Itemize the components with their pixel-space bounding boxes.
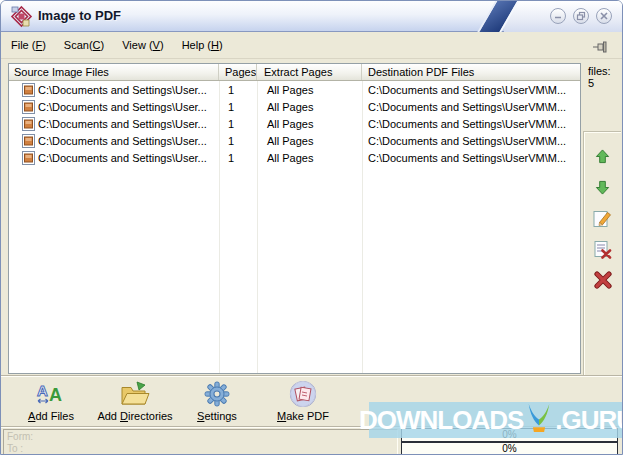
side-panel: files: 5	[580, 59, 622, 375]
image-file-icon	[22, 134, 35, 148]
pages-cell: 1	[219, 101, 257, 113]
window-title: Image to PDF	[38, 8, 121, 23]
add-directories-button[interactable]: Add Directories	[91, 379, 179, 424]
source-path: C:\Documents and Settings\User...	[38, 84, 207, 96]
source-path: C:\Documents and Settings\User...	[38, 135, 207, 147]
destination-cell: C:\Documents and Settings\UserVM\M...	[362, 118, 580, 130]
add-directories-label: Add Directories	[97, 410, 172, 422]
table-row[interactable]: C:\Documents and Settings\User... 1 All …	[9, 132, 580, 149]
remove-file-button[interactable]	[592, 239, 614, 259]
title-bar[interactable]: Image to PDF	[1, 1, 622, 32]
extract-cell: All Pages	[257, 118, 362, 130]
files-label: files:	[580, 59, 622, 77]
make-pdf-label: Make PDF	[277, 410, 329, 422]
column-header-extract[interactable]: Extract Pages	[257, 64, 362, 80]
column-header-source[interactable]: Source Image Files	[9, 64, 219, 80]
restore-button[interactable]	[573, 8, 589, 24]
delete-all-button[interactable]	[592, 270, 614, 290]
list-actions-group	[583, 131, 621, 375]
menu-scan[interactable]: Scan(C)	[64, 39, 104, 51]
image-file-icon	[22, 83, 35, 97]
destination-cell: C:\Documents and Settings\UserVM\M...	[362, 101, 580, 113]
watermark-text-right: .GURU	[555, 405, 623, 436]
main-area: Source Image Files Pages Extract Pages D…	[1, 59, 622, 375]
downloads-guru-logo-icon	[525, 403, 553, 437]
make-pdf-button[interactable]: Make PDF	[263, 379, 343, 424]
menu-view[interactable]: View (V)	[122, 39, 163, 51]
pages-cell: 1	[219, 152, 257, 164]
table-row[interactable]: C:\Documents and Settings\User... 1 All …	[9, 115, 580, 132]
settings-label: Settings	[197, 410, 237, 422]
pages-cell: 1	[219, 118, 257, 130]
settings-gear-icon	[204, 380, 230, 408]
image-file-icon	[22, 117, 35, 131]
menu-bar: File (F) Scan(C) View (V) Help (H)	[1, 32, 622, 59]
from-label: Form:	[7, 431, 397, 443]
table-row[interactable]: C:\Documents and Settings\User... 1 All …	[9, 81, 580, 98]
menu-file[interactable]: File (F)	[11, 39, 46, 51]
move-down-button[interactable]	[592, 177, 614, 197]
add-files-button[interactable]: A A Add Files	[11, 379, 91, 424]
page-range-panel: Form: To :	[3, 429, 398, 455]
pin-icon[interactable]	[593, 39, 608, 57]
watermark-text-left: DOWNLOADS	[359, 405, 523, 436]
settings-button[interactable]: Settings	[181, 379, 253, 424]
destination-cell: C:\Documents and Settings\UserVM\M...	[362, 135, 580, 147]
edit-item-button[interactable]	[592, 208, 614, 228]
downloads-guru-watermark: DOWNLOADS .GURU	[369, 402, 623, 438]
extract-cell: All Pages	[257, 135, 362, 147]
extract-cell: All Pages	[257, 101, 362, 113]
pages-cell: 1	[219, 135, 257, 147]
table-header: Source Image Files Pages Extract Pages D…	[9, 64, 580, 81]
add-directories-icon	[120, 380, 150, 408]
pages-cell: 1	[219, 84, 257, 96]
to-label: To :	[7, 443, 397, 455]
menu-help[interactable]: Help (H)	[182, 39, 223, 51]
extract-cell: All Pages	[257, 152, 362, 164]
app-icon	[10, 5, 33, 28]
add-files-label: Add Files	[28, 410, 74, 422]
image-to-pdf-window: Image to PDF File (F) Scan(C) View (V) H…	[0, 0, 623, 455]
image-file-icon	[22, 151, 35, 165]
add-files-icon: A A	[36, 380, 66, 408]
destination-cell: C:\Documents and Settings\UserVM\M...	[362, 84, 580, 96]
column-header-pages[interactable]: Pages	[219, 64, 257, 80]
source-path: C:\Documents and Settings\User...	[38, 101, 207, 113]
minimize-button[interactable]	[550, 8, 566, 24]
make-pdf-icon	[289, 380, 317, 408]
image-file-icon	[22, 100, 35, 114]
files-count: 5	[580, 77, 622, 89]
source-path: C:\Documents and Settings\User...	[38, 152, 207, 164]
table-row[interactable]: C:\Documents and Settings\User... 1 All …	[9, 149, 580, 166]
destination-cell: C:\Documents and Settings\UserVM\M...	[362, 152, 580, 164]
svg-text:A: A	[37, 382, 48, 399]
progress-bar-bottom: 0%	[401, 442, 618, 455]
source-path: C:\Documents and Settings\User...	[38, 118, 207, 130]
file-list: Source Image Files Pages Extract Pages D…	[8, 63, 581, 374]
extract-cell: All Pages	[257, 84, 362, 96]
column-header-destination[interactable]: Destination PDF Files	[362, 64, 580, 80]
close-button[interactable]	[596, 8, 612, 24]
move-up-button[interactable]	[592, 146, 614, 166]
svg-text:A: A	[49, 385, 62, 405]
table-row[interactable]: C:\Documents and Settings\User... 1 All …	[9, 98, 580, 115]
